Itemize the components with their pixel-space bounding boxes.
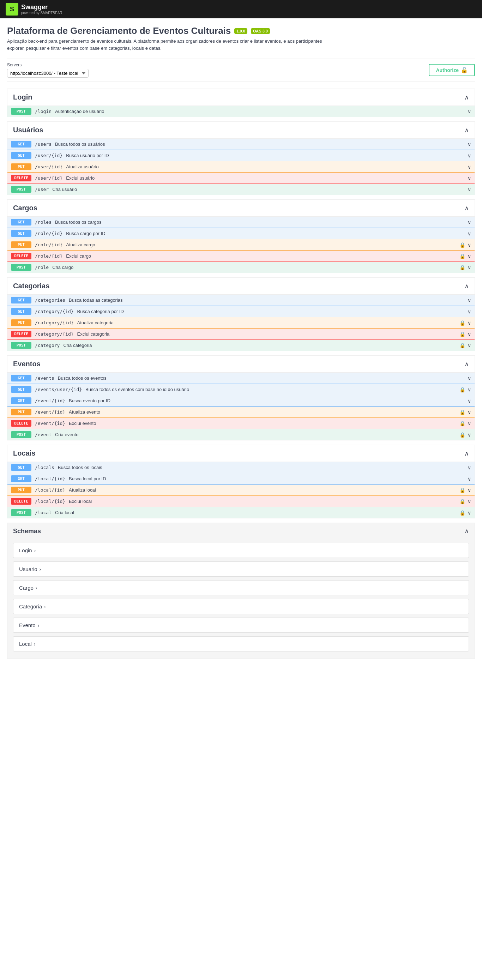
row-right: ∨: [468, 309, 471, 315]
version-badge: 1.0.0: [234, 28, 247, 34]
schema-item-categoria[interactable]: Categoria›: [13, 599, 469, 614]
api-row-get[interactable]: GET/events/user/{id}Busca todos os event…: [7, 384, 475, 395]
api-desc: Busca local por ID: [69, 476, 464, 481]
schemas-chevron: ∧: [465, 527, 469, 535]
server-select[interactable]: http://localhost:3000/ - Teste local: [7, 69, 89, 78]
api-row-delete[interactable]: DELETE/role/{id}Exclui cargo🔒∨: [7, 251, 475, 262]
method-badge-delete: DELETE: [11, 498, 32, 504]
authorize-lock-icon: 🔓: [461, 67, 468, 73]
method-badge-post: POST: [11, 509, 32, 516]
section-header-eventos[interactable]: Eventos∧: [7, 356, 475, 373]
row-chevron: ∨: [468, 432, 471, 438]
schema-item-evento[interactable]: Evento›: [13, 617, 469, 633]
row-chevron: ∨: [468, 409, 471, 415]
section-header-cargos[interactable]: Cargos∧: [7, 200, 475, 217]
api-path: /category/{id}: [35, 320, 74, 325]
method-badge-delete: DELETE: [11, 175, 32, 181]
api-row-put[interactable]: PUT/user/{id}Atualiza usuário∨: [7, 161, 475, 173]
schema-item-name: Usuario: [19, 566, 37, 572]
api-row-post[interactable]: POST/loginAutenticação de usuário∨: [7, 106, 475, 117]
method-badge-get: GET: [11, 219, 32, 226]
api-desc: Busca todos os eventos com base no id do…: [85, 387, 456, 392]
row-chevron: ∨: [468, 331, 471, 337]
swagger-logo-icon: S: [6, 3, 18, 16]
api-row-get[interactable]: GET/rolesBusca todos os cargos∨: [7, 217, 475, 228]
api-row-get[interactable]: GET/user/{id}Busca usuário por ID∨: [7, 150, 475, 161]
api-row-post[interactable]: POST/userCria usuário∨: [7, 184, 475, 195]
api-row-get[interactable]: GET/role/{id}Busca cargo por ID∨: [7, 228, 475, 239]
api-row-post[interactable]: POST/localCria local🔒∨: [7, 507, 475, 518]
schema-item-local[interactable]: Local›: [13, 636, 469, 651]
schemas-body: Login›Usuario›Cargo›Categoria›Evento›Loc…: [7, 543, 475, 659]
section-header-usuarios[interactable]: Usuários∧: [7, 122, 475, 139]
section-locais: Locais∧GET/localsBusca todos os locais∨G…: [7, 445, 475, 519]
api-row-get[interactable]: GET/local/{id}Busca local por ID∨: [7, 473, 475, 485]
schema-arrow: ›: [40, 566, 41, 572]
schema-item-login[interactable]: Login›: [13, 543, 469, 558]
api-row-get[interactable]: GET/categoriesBusca todas as categorias∨: [7, 295, 475, 306]
api-row-get[interactable]: GET/eventsBusca todos os eventos∨: [7, 373, 475, 384]
sections-container: Login∧POST/loginAutenticação de usuário∨…: [7, 89, 475, 519]
api-path: /event: [35, 432, 51, 437]
schema-arrow: ›: [36, 585, 37, 591]
schema-arrow: ›: [38, 622, 40, 628]
row-right: 🔒∨: [460, 242, 471, 248]
api-row-get[interactable]: GET/category/{id}Busca categoria por ID∨: [7, 306, 475, 317]
api-row-get[interactable]: GET/localsBusca todos os locais∨: [7, 462, 475, 473]
api-row-put[interactable]: PUT/role/{id}Atualiza cargo🔒∨: [7, 239, 475, 251]
section-header-categorias[interactable]: Categorias∧: [7, 278, 475, 295]
lock-icon: 🔒: [460, 253, 465, 259]
servers-section: Servers http://localhost:3000/ - Teste l…: [7, 59, 475, 81]
row-chevron: ∨: [468, 487, 471, 493]
method-badge-post: POST: [11, 186, 32, 192]
api-row-put[interactable]: PUT/event/{id}Atualiza evento🔒∨: [7, 407, 475, 418]
api-row-delete[interactable]: DELETE/event/{id}Exclui evento🔒∨: [7, 418, 475, 429]
row-chevron: ∨: [468, 421, 471, 426]
section-header-login[interactable]: Login∧: [7, 89, 475, 106]
section-chevron-eventos: ∧: [465, 360, 469, 368]
api-row-delete[interactable]: DELETE/local/{id}Exclui local🔒∨: [7, 496, 475, 507]
row-right: 🔒∨: [460, 343, 471, 348]
row-right: 🔒∨: [460, 265, 471, 270]
schema-item-name: Login: [19, 547, 32, 554]
api-row-get[interactable]: GET/usersBusca todos os usuários∨: [7, 139, 475, 150]
schema-item-usuario[interactable]: Usuario›: [13, 562, 469, 577]
row-chevron: ∨: [468, 398, 471, 404]
api-desc: Cria evento: [55, 432, 456, 437]
lock-icon: 🔒: [460, 331, 465, 337]
schemas-header[interactable]: Schemas ∧: [7, 523, 475, 539]
section-header-locais[interactable]: Locais∧: [7, 445, 475, 462]
api-row-delete[interactable]: DELETE/category/{id}Exclui categoria🔒∨: [7, 329, 475, 340]
method-badge-post: POST: [11, 264, 32, 270]
schema-item-cargo[interactable]: Cargo›: [13, 580, 469, 595]
api-path: /local/{id}: [35, 499, 65, 504]
row-chevron: ∨: [468, 187, 471, 192]
method-badge-get: GET: [11, 141, 32, 148]
row-chevron: ∨: [468, 465, 471, 471]
row-right: ∨: [468, 465, 471, 471]
api-row-post[interactable]: POST/categoryCria categoria🔒∨: [7, 340, 475, 351]
swagger-logo-text: Swagger: [21, 3, 62, 11]
authorize-button[interactable]: Authorize 🔓: [429, 64, 475, 76]
api-path: /user: [35, 187, 49, 192]
api-row-delete[interactable]: DELETE/user/{id}Exclui usuário∨: [7, 173, 475, 184]
row-right: ∨: [468, 153, 471, 159]
lock-icon: 🔒: [460, 320, 465, 326]
section-title-locais: Locais: [13, 449, 35, 457]
lock-icon: 🔒: [460, 421, 465, 426]
api-row-get[interactable]: GET/event/{id}Busca evento por ID∨: [7, 395, 475, 407]
api-desc: Busca todos os cargos: [55, 220, 464, 225]
api-row-post[interactable]: POST/roleCria cargo🔒∨: [7, 262, 475, 273]
row-chevron: ∨: [468, 164, 471, 170]
section-title-cargos: Cargos: [13, 204, 37, 212]
api-desc: Exclui local: [69, 499, 456, 504]
api-row-put[interactable]: PUT/local/{id}Atualiza local🔒∨: [7, 485, 475, 496]
api-row-put[interactable]: PUT/category/{id}Atualiza categoria🔒∨: [7, 317, 475, 329]
api-desc: Busca cargo por ID: [66, 231, 464, 236]
method-badge-delete: DELETE: [11, 331, 32, 337]
row-chevron: ∨: [468, 375, 471, 381]
api-desc: Atualiza usuário: [66, 164, 464, 169]
api-row-post[interactable]: POST/eventCria evento🔒∨: [7, 429, 475, 440]
method-badge-get: GET: [11, 375, 32, 382]
api-path: /role/{id}: [35, 242, 62, 247]
